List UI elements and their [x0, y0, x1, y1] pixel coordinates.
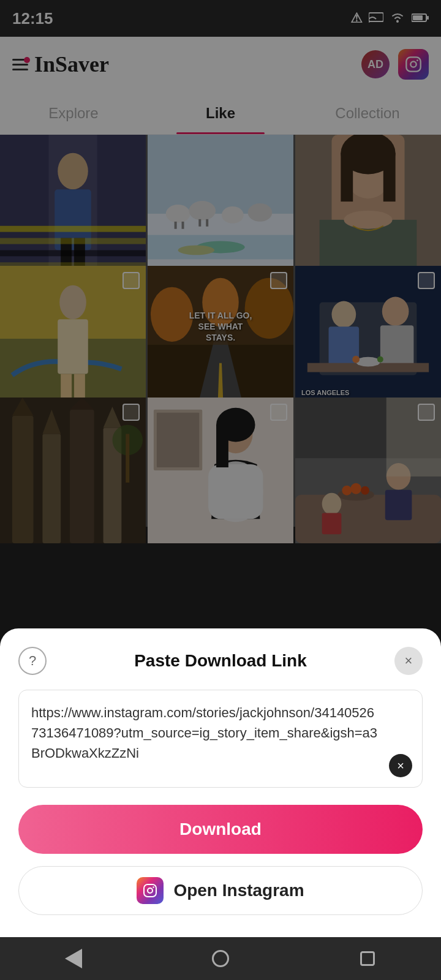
back-icon [65, 949, 82, 968]
help-button[interactable]: ? [18, 647, 47, 675]
modal-title: Paste Download Link [47, 651, 394, 671]
recent-icon [360, 951, 375, 966]
svg-point-96 [148, 888, 153, 893]
download-button[interactable]: Download [18, 805, 423, 854]
home-nav-button[interactable] [205, 943, 236, 974]
modal-header: ? Paste Download Link × [18, 647, 423, 675]
url-input-container[interactable]: https://www.instagram.com/stories/jackjo… [18, 690, 423, 788]
bottom-navigation [0, 937, 441, 980]
home-icon [212, 950, 229, 967]
close-button[interactable]: × [394, 647, 423, 675]
back-nav-button[interactable] [58, 943, 89, 974]
recent-nav-button[interactable] [352, 943, 383, 974]
url-input[interactable]: https://www.instagram.com/stories/jackjo… [31, 703, 410, 763]
instagram-icon [137, 877, 164, 904]
clear-url-button[interactable]: × [389, 754, 412, 777]
svg-point-97 [153, 886, 154, 888]
open-instagram-button[interactable]: Open Instagram [18, 866, 423, 915]
svg-rect-95 [144, 884, 156, 897]
paste-download-modal: ? Paste Download Link × https://www.inst… [0, 628, 441, 937]
